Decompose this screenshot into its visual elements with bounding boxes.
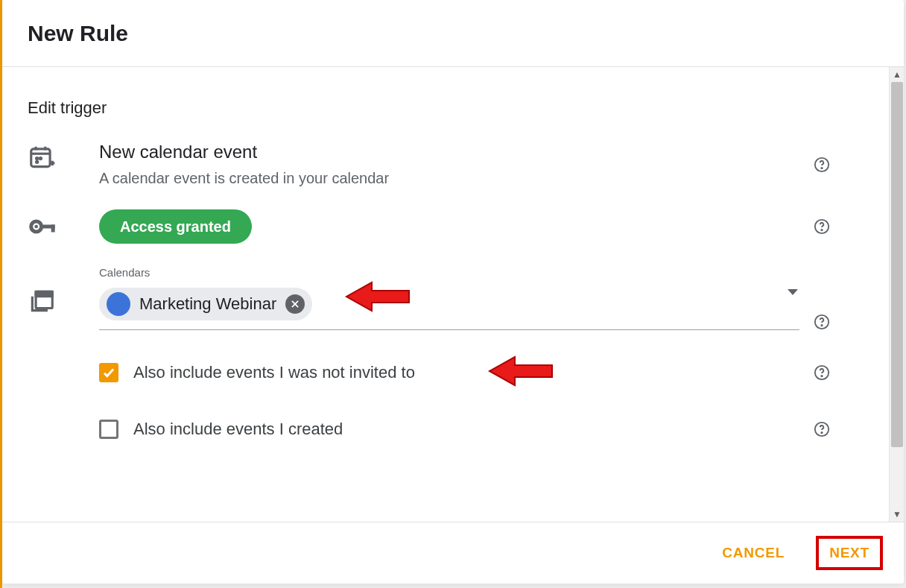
trigger-type-row: New calendar event A calendar event is c… xyxy=(28,142,844,189)
svg-rect-14 xyxy=(51,224,55,232)
trigger-subtitle: A calendar event is created in your cale… xyxy=(99,168,799,189)
section-title: Edit trigger xyxy=(28,98,844,118)
cancel-button[interactable]: CANCEL xyxy=(713,537,793,569)
scroll-thumb[interactable] xyxy=(891,82,903,447)
svg-point-10 xyxy=(821,168,822,168)
next-button[interactable]: NEXT xyxy=(816,536,883,570)
calendars-row: Calendars Marketing Webinar xyxy=(28,266,844,330)
modal-title: New Rule xyxy=(28,21,878,46)
include-created-row: Also include events I created xyxy=(28,420,844,439)
help-icon[interactable] xyxy=(814,421,830,437)
calendar-chip: Marketing Webinar xyxy=(99,288,312,320)
modal-footer: CANCEL NEXT xyxy=(2,522,904,584)
checkbox-unchecked-icon[interactable] xyxy=(99,420,118,439)
scrollbar[interactable]: ▲ ▼ xyxy=(889,67,904,522)
svg-point-22 xyxy=(821,325,822,326)
svg-rect-18 xyxy=(36,291,52,296)
svg-point-12 xyxy=(34,224,38,228)
svg-point-24 xyxy=(821,376,822,376)
include-created-option[interactable]: Also include events I created xyxy=(99,420,799,439)
help-icon[interactable] xyxy=(814,364,830,381)
svg-point-4 xyxy=(37,157,38,159)
calendar-add-icon xyxy=(28,142,99,171)
calendars-icon xyxy=(28,266,99,315)
include-not-invited-option[interactable]: Also include events I was not invited to xyxy=(99,363,799,382)
help-icon[interactable] xyxy=(814,314,830,330)
include-not-invited-row: Also include events I was not invited to xyxy=(28,363,844,382)
key-icon xyxy=(28,212,99,241)
chip-remove-icon[interactable] xyxy=(285,294,305,314)
checkbox-checked-icon[interactable] xyxy=(99,363,118,382)
trigger-title: New calendar event xyxy=(99,142,799,163)
calendars-field-container: Calendars Marketing Webinar xyxy=(99,266,799,330)
modal-body: Edit trigger xyxy=(2,67,904,522)
calendar-chip-label: Marketing Webinar xyxy=(139,294,276,314)
svg-point-16 xyxy=(821,230,822,230)
calendars-input[interactable]: Marketing Webinar xyxy=(99,285,799,330)
calendar-color-dot-icon xyxy=(107,292,130,316)
include-created-label: Also include events I created xyxy=(133,420,343,439)
scroll-down-icon[interactable]: ▼ xyxy=(890,507,904,522)
access-row: Access granted xyxy=(28,209,844,244)
trigger-info: New calendar event A calendar event is c… xyxy=(99,142,799,189)
svg-point-5 xyxy=(39,157,41,159)
svg-point-26 xyxy=(821,432,822,433)
dropdown-caret-icon[interactable] xyxy=(788,289,798,295)
calendars-label: Calendars xyxy=(99,266,799,279)
svg-point-6 xyxy=(37,161,38,162)
help-icon[interactable] xyxy=(814,157,830,173)
include-not-invited-label: Also include events I was not invited to xyxy=(133,363,415,382)
access-granted-badge[interactable]: Access granted xyxy=(99,209,252,244)
new-rule-modal: New Rule Edit trigger xyxy=(2,0,904,584)
modal-header: New Rule xyxy=(2,0,904,67)
help-icon[interactable] xyxy=(814,218,830,235)
content-scroll[interactable]: Edit trigger xyxy=(2,67,889,522)
scroll-up-icon[interactable]: ▲ xyxy=(890,67,904,82)
